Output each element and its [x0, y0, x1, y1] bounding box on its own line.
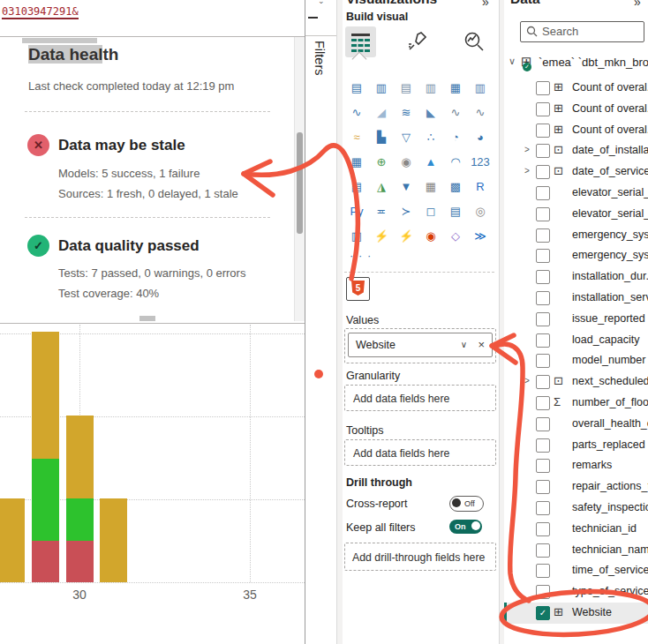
clustered-bar-chart-visual-button[interactable]: ▤: [394, 75, 418, 100]
field-row-count-of-overal[interactable]: ⊞Count of overal..: [504, 78, 648, 99]
field-checkbox[interactable]: [536, 564, 550, 578]
area-chart-visual-button[interactable]: ◢: [369, 100, 394, 124]
python-visual-visual-button[interactable]: Py: [344, 198, 369, 223]
field-checkbox[interactable]: [536, 228, 550, 243]
stacked-column-chart-visual-button[interactable]: ▥: [369, 75, 394, 100]
bar-segment-green-x29[interactable]: [32, 459, 59, 541]
r-script-visual-visual-button[interactable]: R: [468, 174, 493, 198]
field-checkbox[interactable]: [536, 480, 550, 494]
100-stacked-area-chart-visual-button[interactable]: ◣: [418, 100, 443, 124]
field-row-next-scheduled[interactable]: >⊡next_scheduled..: [504, 371, 648, 393]
values-well[interactable]: Website ∨ ×: [344, 328, 496, 363]
chevron-down-icon[interactable]: ∨: [461, 333, 467, 356]
field-checkbox[interactable]: [536, 522, 550, 536]
flow-arrows-visual-visual-button[interactable]: ≫: [468, 223, 493, 248]
100-stacked-bar-chart-visual-button[interactable]: ▦: [443, 75, 468, 100]
stacked-area-chart-visual-button[interactable]: ≋: [394, 100, 418, 124]
field-checkbox[interactable]: [536, 270, 550, 284]
azure-map-visual-button[interactable]: ▲: [418, 149, 443, 174]
field-row-emergency-syst[interactable]: emergency_syst.: [504, 245, 648, 266]
bar-segment-green-x30[interactable]: [66, 498, 94, 541]
collapse-pane-icon[interactable]: »: [482, 0, 489, 9]
field-checkbox[interactable]: [536, 144, 550, 158]
field-row-count-of-overal[interactable]: ⊞Count of overal..: [504, 120, 648, 141]
slicer-visual-button[interactable]: ▼: [394, 174, 418, 198]
treemap-visual-button[interactable]: ▦: [344, 149, 369, 174]
bar-segment-gold-x28[interactable]: [0, 498, 25, 582]
get-more-visuals-button[interactable]: · · ·: [350, 249, 372, 262]
html-content-visual-button[interactable]: 5: [346, 277, 370, 301]
field-row-parts-replaced[interactable]: parts_replaced: [504, 435, 648, 456]
kpi-visual-button[interactable]: ◮: [369, 174, 394, 198]
card-scrollbar-thumb[interactable]: [297, 132, 303, 234]
field-checkbox[interactable]: [536, 333, 550, 348]
field-checkbox[interactable]: [536, 81, 550, 95]
purple-diamond-visual-visual-button[interactable]: ◇: [443, 223, 468, 248]
chevron-collapsed-icon[interactable]: >: [524, 166, 530, 176]
card-horizontal-scrollbar-thumb[interactable]: [139, 316, 155, 321]
bar-segment-red-x29[interactable]: [32, 541, 59, 582]
bar-segment-red-x30[interactable]: [66, 541, 94, 582]
field-row-elevator-serial[interactable]: elevator_serial_..: [504, 204, 648, 225]
field-checkbox[interactable]: [536, 124, 550, 138]
field-checkbox-checked[interactable]: ✓: [536, 606, 550, 620]
field-checkbox[interactable]: [536, 543, 550, 558]
field-checkbox[interactable]: [536, 354, 550, 368]
multi-row-card-visual-button[interactable]: ▤: [344, 174, 369, 198]
filled-map-visual-button[interactable]: ◉: [394, 149, 418, 174]
field-checkbox[interactable]: [536, 249, 550, 263]
chevron-expanded-icon[interactable]: ∨: [509, 56, 516, 67]
card-vertical-scrollbar[interactable]: [294, 37, 305, 321]
matrix-visual-button[interactable]: ▩: [443, 174, 468, 198]
tab-add-analytics[interactable]: [459, 26, 490, 57]
paginated-report-visual-button[interactable]: ▥: [344, 223, 369, 248]
ribbon-chart-visual-button[interactable]: ≈: [344, 124, 369, 149]
line-chart-visual-button[interactable]: ∿: [344, 100, 369, 124]
arcgis-map-visual-button[interactable]: ◉: [418, 223, 443, 248]
keep-all-filters-toggle[interactable]: On: [449, 520, 482, 534]
bar-segment-gold-x31[interactable]: [100, 498, 127, 582]
field-row-overall-health-c[interactable]: overall_health_c.: [504, 414, 648, 435]
table-root-row[interactable]: ∨ ⊞ ✓ `emea` `dbt_mkn_bron.: [504, 53, 648, 72]
q-and-a-visual-button[interactable]: ◻: [418, 198, 443, 223]
field-row-date-of-installa[interactable]: >⊡date_of_installa..: [504, 140, 648, 161]
filters-pane-collapsed[interactable]: ⌄ Filters: [305, 0, 336, 644]
field-row-safety-inspectio[interactable]: safety_inspectio.: [504, 498, 648, 519]
power-apps-visual-button[interactable]: ⚡: [369, 223, 394, 248]
field-checkbox[interactable]: [536, 102, 550, 116]
field-checkbox[interactable]: [536, 438, 550, 453]
waterfall-chart-visual-button[interactable]: ▙: [369, 124, 394, 149]
field-row-technician-id[interactable]: technician_id: [504, 519, 648, 540]
field-row-time-of-service[interactable]: time_of_service: [504, 560, 648, 581]
donut-chart-visual-button[interactable]: ◕: [468, 124, 493, 149]
field-checkbox[interactable]: [536, 375, 550, 389]
stacked-column-chart[interactable]: 3035: [0, 325, 305, 616]
clustered-column-chart-visual-button[interactable]: ▥: [418, 75, 443, 100]
field-row-date-of-service[interactable]: >⊡date_of_service: [504, 161, 648, 183]
chevron-collapsed-icon[interactable]: >: [524, 145, 530, 154]
field-row-repair-actions-t[interactable]: repair_actions_t.: [504, 476, 648, 498]
field-row-remarks[interactable]: remarks: [504, 455, 648, 476]
field-row-website[interactable]: ✓⊞Website: [504, 603, 648, 624]
field-row-elevator-serial[interactable]: elevator_serial_..: [504, 183, 648, 204]
gauge-visual-button[interactable]: ◠: [443, 149, 468, 174]
drill-through-well[interactable]: Add drill-through fields here: [344, 543, 496, 571]
remove-field-icon[interactable]: ×: [478, 333, 485, 356]
tab-format-visual[interactable]: [402, 26, 433, 57]
smart-narrative-visual-button[interactable]: ▤: [443, 198, 468, 223]
table-visual-button[interactable]: ▦: [418, 174, 443, 198]
field-checkbox[interactable]: [536, 291, 550, 305]
field-checkbox[interactable]: [536, 207, 550, 221]
field-row-load-capacity[interactable]: load_capacity: [504, 330, 648, 351]
bar-segment-gold-x30[interactable]: [66, 416, 94, 498]
field-row-issue-reported[interactable]: issue_reported: [504, 309, 648, 330]
line-and-clustered-column-chart-visual-button[interactable]: ∿: [468, 100, 493, 124]
pie-chart-visual-button[interactable]: ◔: [443, 124, 468, 149]
line-and-stacked-column-chart-visual-button[interactable]: ∿: [443, 100, 468, 124]
pin-icon[interactable]: ⌄: [318, 0, 325, 5]
field-checkbox[interactable]: [536, 312, 550, 326]
field-row-count-of-overal[interactable]: ⊞Count of overal..: [504, 99, 648, 120]
key-influencers-visual-button[interactable]: ≖: [369, 198, 394, 223]
decomposition-tree-visual-button[interactable]: ≻: [394, 198, 418, 223]
cross-report-toggle[interactable]: Off: [449, 496, 484, 512]
